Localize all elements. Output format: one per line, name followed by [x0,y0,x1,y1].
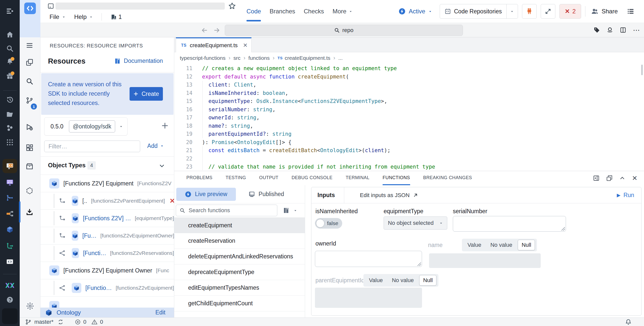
branch-name[interactable]: master* [34,319,54,325]
app-data-lineage-icon[interactable] [6,210,14,218]
ontology-settings-icon[interactable] [26,187,33,195]
live-preview-toggle[interactable]: Live preview [176,188,236,201]
settings-gear-icon[interactable] [26,302,34,310]
build-status-dropdown[interactable]: Active [399,8,432,15]
editor-scrollbar[interactable] [641,65,643,75]
app-switcher-button[interactable]: Code Repositories [440,4,518,19]
inputs-tab[interactable]: Inputs [311,187,344,203]
breadcrumb-item[interactable]: ... [338,55,343,61]
object-type-row[interactable]: [Functions Z2V] Equipment[FunctionsZ2V [40,175,174,192]
share-button[interactable]: Share [591,8,618,15]
org-indicator[interactable]: 1 [110,13,122,20]
add-resource-dropdown[interactable]: Add [147,143,164,149]
function-list-item[interactable]: createReservation [174,233,305,249]
docs-filter-icon[interactable] [283,207,289,214]
create-sdk-button[interactable]: Create [130,87,163,101]
app-code-repositories-icon[interactable] [6,258,14,265]
isNameInherited-toggle[interactable]: false [315,218,342,229]
debug-icon[interactable] [26,123,33,131]
breadcrumb-item[interactable]: TScreateEquipment.ts [278,55,330,61]
more-options-icon[interactable]: ⋯ [633,26,640,34]
files-icon[interactable] [6,110,14,118]
edit-json-link[interactable]: Edit inputs as JSON [360,192,418,199]
panel-tab-functions[interactable]: FUNCTIONS [383,171,410,185]
object-type-row[interactable]: [..[functionsZ2vParentEquipment]✕ [40,192,174,209]
repo-search-icon[interactable] [26,77,33,85]
ontology-edit-link[interactable]: Edit [155,309,165,316]
panel-tab-problems[interactable]: PROBLEMS [186,171,212,185]
history-icon[interactable] [6,96,14,103]
status-bell-icon[interactable] [625,318,632,325]
repo-tab-more[interactable]: More [333,0,353,23]
favorite-star-icon[interactable] [228,2,236,10]
segment-option-value[interactable]: Value [464,240,485,250]
object-types-header[interactable]: Object Types 4 [40,156,174,175]
branch-icon[interactable] [25,319,31,325]
maximize-button[interactable] [541,4,555,19]
title-tab-bar[interactable] [56,3,225,10]
repo-tab-code[interactable]: Code [246,0,261,23]
resources-icon[interactable] [6,124,14,132]
editor-tab[interactable]: TS createEquipment.ts ✕ [176,37,252,52]
object-type-row[interactable] [40,296,174,308]
run-button[interactable]: ▶ Run [617,192,634,199]
remove-import-icon[interactable]: ✕ [169,197,174,205]
chevron-down-icon[interactable] [293,209,297,212]
chevron-down-icon[interactable] [119,125,123,128]
repo-tab-branches[interactable]: Branches [269,0,295,23]
serialNumber-textarea[interactable] [453,216,566,232]
object-type-row[interactable]: [Functions Z2V] …[equipmentType] [40,209,174,227]
repo-search-bar[interactable]: repo [225,25,463,36]
panel-tab-debug-console[interactable]: DEBUG CONSOLE [291,171,332,185]
object-type-row[interactable]: [Fu…[functionsZ2vEquipmentOwner] [40,227,174,244]
tag-icon[interactable] [593,27,600,33]
sdk-package-select[interactable]: @ontology/sdk [69,120,115,132]
panel-tab-output[interactable]: OUTPUT [259,171,278,185]
function-list-item[interactable]: createEquipment [174,218,305,233]
source-control-icon[interactable] [26,97,33,104]
breadcrumb-item[interactable]: typescript-functions [180,55,226,61]
function-list-item[interactable]: deprecateEquipmentType [174,264,305,280]
helper-plug-button[interactable] [522,4,537,19]
file-menu[interactable]: File [49,13,66,20]
add-version-icon[interactable] [161,122,169,129]
name-segmented-control[interactable]: ValueNo valueNull [462,239,537,251]
filter-input[interactable] [44,141,140,152]
app-pipeline-icon[interactable] [6,194,14,202]
code-area[interactable]: 11// creates a new equipment object link… [174,64,644,172]
layout-blocks-icon[interactable] [26,144,33,151]
repo-tab-checks[interactable]: Checks [304,0,324,23]
error-count-button[interactable]: ✕ 2 [559,4,581,19]
panel-tab-testing[interactable]: TESTING [226,171,246,185]
resize-handle[interactable] [417,262,421,266]
window-icon[interactable] [47,3,54,9]
parentEquipmentId-segmented-control[interactable]: ValueNo valueNull [363,274,438,287]
app-branching-icon[interactable] [6,242,14,250]
resize-handle[interactable] [561,227,565,231]
object-type-row[interactable]: [Functi…[functionsZ2vReservations] [40,244,174,262]
proposals-icon[interactable] [607,27,613,33]
ownerId-textarea[interactable] [315,251,422,267]
breadcrumb-item[interactable]: functions [249,55,270,61]
app-workshop-icon[interactable] [6,179,14,186]
sync-icon[interactable] [58,319,64,325]
forward-icon[interactable] [213,27,220,34]
panel-tab-breaking-changes[interactable]: BREAKING CHANGES [423,171,472,185]
documentation-link[interactable]: Documentation [114,58,163,64]
resource-imports-icon[interactable] [26,208,33,216]
help-icon[interactable] [6,296,14,304]
search-icon[interactable] [6,45,14,52]
ontology-footer[interactable]: Ontology Edit [40,308,174,317]
package-icon[interactable] [26,162,33,170]
workspace-logo-icon[interactable] [5,282,15,289]
app-ontology-icon[interactable] [6,226,14,233]
help-menu[interactable]: Help [74,13,93,20]
function-list-item[interactable]: deleteEquipmentAndLinkedReservations [174,249,305,264]
function-list-item[interactable]: editEquipmentTypesNames [174,280,305,296]
object-type-row[interactable]: [Functio…[functionsZ2vEquipment] [40,279,174,296]
copy-resources-icon[interactable] [26,59,33,66]
collapse-section-icon[interactable] [159,163,165,169]
breadcrumb-item[interactable]: src [233,55,240,61]
segment-option-no-value[interactable]: No value [388,275,417,285]
panel-tab-terminal[interactable]: TERMINAL [346,171,369,185]
